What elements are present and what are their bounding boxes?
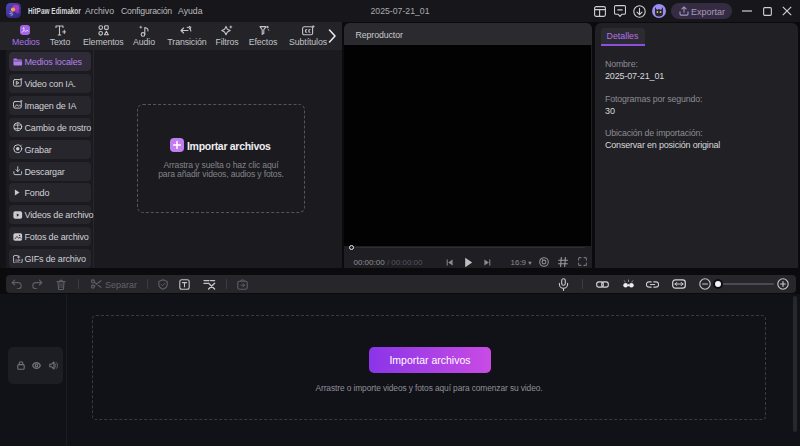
svg-text:GIF: GIF	[15, 258, 22, 262]
